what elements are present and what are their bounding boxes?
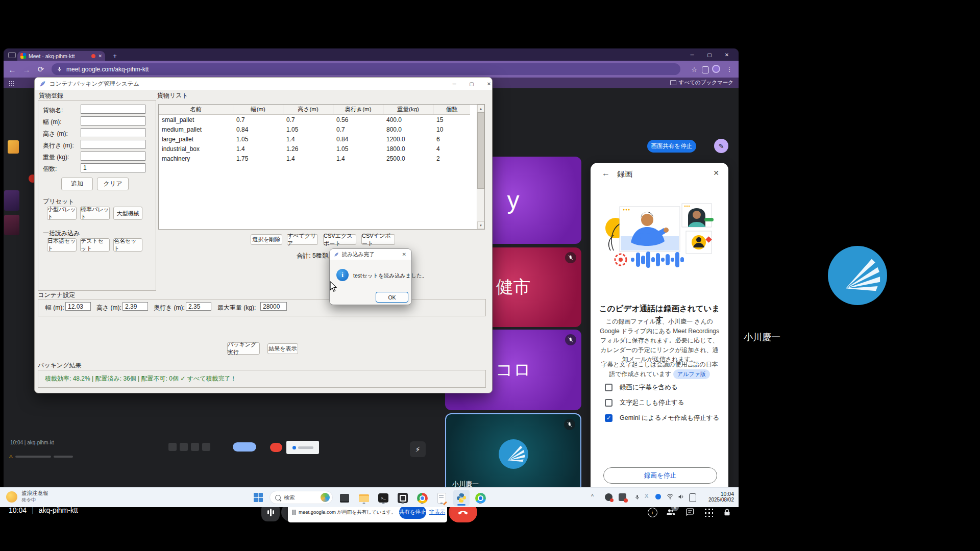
- hide-link[interactable]: 非表示: [429, 509, 446, 516]
- tab-close-icon[interactable]: ✕: [98, 54, 102, 59]
- taskbar-app-python-active-icon[interactable]: [453, 490, 470, 506]
- browser-menu-icon[interactable]: ⋮: [725, 64, 733, 73]
- tray-camera-icon[interactable]: [605, 493, 612, 501]
- bulk-test-set-button[interactable]: テストセット: [80, 238, 110, 252]
- column-header[interactable]: 個数: [433, 105, 470, 115]
- weather-widget[interactable]: 波浪注意報 発令中: [6, 490, 48, 504]
- container-width-input[interactable]: 12.03: [65, 302, 91, 311]
- app-maximize-icon[interactable]: ▢: [463, 78, 480, 89]
- container-depth-input[interactable]: 2.35: [186, 302, 211, 311]
- edit-pencil-icon[interactable]: ✎: [714, 139, 728, 153]
- taskbar-app-browser2-icon[interactable]: [474, 491, 487, 505]
- clear-all-button[interactable]: すべてクリア: [287, 234, 318, 245]
- scroll-down-icon[interactable]: ▼: [477, 221, 484, 229]
- wifi-icon[interactable]: [667, 493, 674, 499]
- video-tile-presenter[interactable]: 小川慶一: [445, 413, 581, 494]
- add-button[interactable]: 追加: [61, 178, 93, 190]
- container-max-weight-input[interactable]: 28000: [260, 302, 287, 311]
- hidden-icons-caret[interactable]: ^: [591, 493, 594, 499]
- checkbox-row[interactable]: 文字起こしも停止する: [605, 398, 684, 407]
- new-tab-button[interactable]: +: [110, 51, 120, 61]
- chat-icon[interactable]: [683, 506, 697, 519]
- column-header[interactable]: 奥行き(m): [333, 105, 383, 115]
- cargo-name-input[interactable]: [81, 105, 145, 114]
- table-row[interactable]: large_pallet1.051.40.841200.06: [159, 134, 484, 144]
- clear-button[interactable]: クリア: [97, 178, 129, 190]
- stop-recording-button[interactable]: 録画を停止: [603, 467, 717, 484]
- count-input[interactable]: 1: [81, 163, 145, 172]
- stop-presenting-button[interactable]: 画面共有を停止: [647, 140, 696, 153]
- table-row[interactable]: machinery1.751.41.42500.02: [159, 154, 484, 163]
- people-icon[interactable]: 5: [664, 506, 677, 519]
- weight-input[interactable]: [81, 152, 145, 161]
- taskbar-app-dark-icon[interactable]: [396, 491, 409, 505]
- checkbox-checked[interactable]: ✓: [605, 414, 612, 422]
- extensions-icon[interactable]: [702, 66, 709, 73]
- delete-selected-button[interactable]: 選択を削除: [251, 234, 282, 245]
- bulk-japanese-set-button[interactable]: 日本語セット: [47, 238, 77, 252]
- table-row[interactable]: medium_pallet0.841.050.7800.010: [159, 124, 484, 134]
- host-lock-icon[interactable]: [720, 506, 733, 519]
- browser-tab[interactable]: Meet - akq-pihm-ktt ✕: [17, 51, 105, 61]
- stop-share-button[interactable]: 共有を停止: [399, 506, 426, 519]
- panel-back-icon[interactable]: ←: [602, 169, 610, 178]
- dialog-close-icon[interactable]: ✕: [402, 252, 406, 257]
- window-maximize-icon[interactable]: ▢: [701, 48, 718, 61]
- window-minimize-icon[interactable]: ─: [683, 48, 701, 61]
- column-header[interactable]: 高さ(m): [283, 105, 333, 115]
- app-close-icon[interactable]: ✕: [481, 78, 497, 89]
- taskbar-app-terminal-icon[interactable]: >_: [377, 491, 390, 505]
- bulk-color-set-button[interactable]: 色名セット: [113, 238, 142, 252]
- checkbox-unchecked[interactable]: [605, 384, 612, 391]
- tray-device-icon[interactable]: [689, 493, 696, 502]
- height-input[interactable]: [81, 128, 145, 137]
- preset-small-pallet-button[interactable]: 小型パレット: [47, 207, 77, 220]
- scroll-up-icon[interactable]: ▲: [477, 105, 484, 112]
- preset-large-machine-button[interactable]: 大型機械: [113, 207, 142, 220]
- dialog-titlebar[interactable]: 読み込み完了 ✕: [330, 249, 411, 260]
- tray-mic-icon[interactable]: [633, 493, 641, 501]
- ok-button[interactable]: OK: [376, 292, 408, 303]
- tray-blue-dot-icon[interactable]: [655, 494, 661, 499]
- reload-icon[interactable]: ⟳: [36, 65, 45, 74]
- run-packing-button[interactable]: パッキング実行: [227, 342, 260, 355]
- start-button[interactable]: [254, 493, 263, 502]
- all-bookmarks[interactable]: すべてのブックマーク: [670, 79, 733, 86]
- back-icon[interactable]: ←: [8, 65, 17, 74]
- app-titlebar[interactable]: コンテナパッキング管理システム ─ ▢ ✕: [35, 78, 492, 90]
- forward-icon[interactable]: →: [22, 65, 31, 74]
- csv-export-button[interactable]: CSVエクスポート: [323, 234, 356, 245]
- checkbox-row[interactable]: 録画に字幕を含める: [605, 383, 678, 392]
- tray-app-badge-icon[interactable]: [619, 493, 626, 501]
- table-row[interactable]: industrial_box1.41.261.051800.04: [159, 144, 484, 154]
- clock[interactable]: 10:04 2025/08/02: [704, 491, 734, 503]
- column-header[interactable]: 幅(m): [233, 105, 283, 115]
- preset-standard-pallet-button[interactable]: 標準パレット: [80, 207, 110, 220]
- address-bar[interactable]: meet.google.com/akq-pihm-ktt: [52, 63, 680, 75]
- checkbox-row[interactable]: ✓ Gemini によるメモ作成も停止する: [605, 414, 719, 422]
- taskbar-app-notepad-icon[interactable]: [435, 491, 448, 505]
- panel-close-icon[interactable]: ✕: [713, 169, 719, 177]
- width-input[interactable]: [81, 116, 145, 126]
- taskbar-app-device-icon[interactable]: [338, 491, 351, 505]
- info-icon[interactable]: i: [646, 506, 659, 519]
- csv-import-button[interactable]: CSVインポート: [361, 234, 395, 245]
- scrollbar-thumb[interactable]: [477, 112, 484, 189]
- profile-avatar[interactable]: [712, 65, 720, 73]
- column-header[interactable]: 名前: [159, 105, 233, 115]
- checkbox-unchecked[interactable]: [605, 399, 612, 407]
- speaker-icon[interactable]: [678, 493, 684, 500]
- apps-grid-icon[interactable]: [9, 81, 14, 86]
- window-close-icon[interactable]: ✕: [718, 48, 736, 61]
- bookmark-star-icon[interactable]: ☆: [690, 65, 699, 74]
- column-header[interactable]: 重量(kg): [383, 105, 433, 115]
- taskbar-app-chrome-icon[interactable]: [415, 491, 429, 505]
- depth-input[interactable]: [81, 140, 145, 149]
- table-scrollbar[interactable]: ▲ ▼: [477, 105, 484, 229]
- tray-x-icon[interactable]: X: [645, 493, 648, 499]
- app-minimize-icon[interactable]: ─: [446, 78, 462, 89]
- apps-grid-icon[interactable]: [704, 508, 713, 517]
- search-box[interactable]: 検索: [270, 491, 333, 504]
- table-row[interactable]: small_pallet0.70.70.56400.015: [159, 115, 484, 124]
- show-results-button[interactable]: 結果を表示: [267, 343, 298, 354]
